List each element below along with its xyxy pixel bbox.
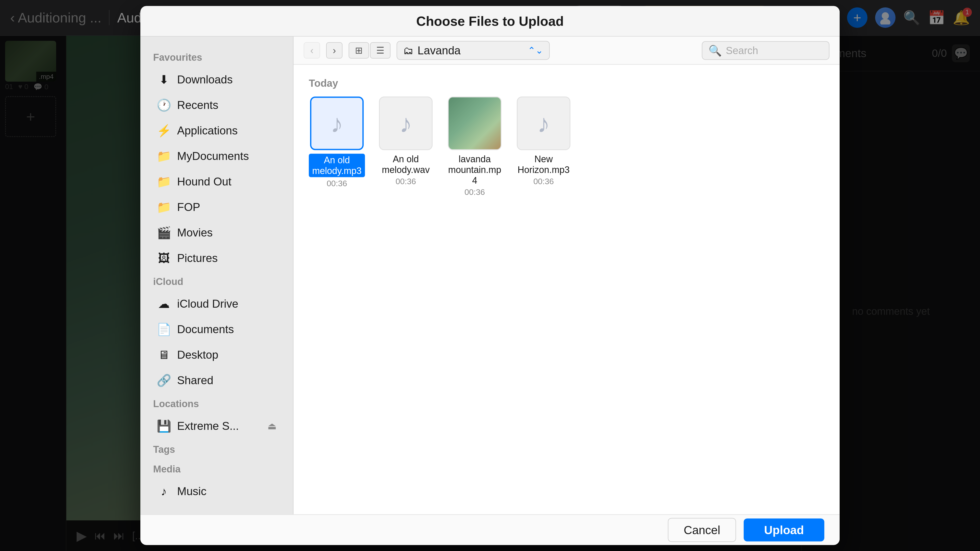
movies-label: Movies xyxy=(177,226,213,239)
file-browser-content: Today ♪ An old melody.mp3 00:36 ♪ xyxy=(293,65,840,514)
file-item-1[interactable]: ♪ An old melody.mp3 00:36 xyxy=(309,97,365,197)
dialog-header: Choose Files to Upload xyxy=(140,6,840,37)
sidebar-item-desktop[interactable]: 🖥 Desktop xyxy=(144,342,290,367)
upload-button[interactable]: Upload xyxy=(744,519,824,541)
media-section-title: Media xyxy=(140,459,293,478)
desktop-icon: 🖥 xyxy=(157,348,171,362)
file-duration-1: 00:36 xyxy=(327,179,347,188)
file-grid: ♪ An old melody.mp3 00:36 ♪ An old melod… xyxy=(309,97,824,197)
downloads-icon: ⬇ xyxy=(157,73,171,86)
search-input[interactable] xyxy=(726,44,840,56)
location-folder-icon: 🗂 xyxy=(403,44,414,56)
sidebar-item-icloud-documents[interactable]: 📄 Documents xyxy=(144,317,290,342)
view-toggle-group: ⊞ ☰ xyxy=(348,42,390,59)
dialog-footer: Cancel Upload xyxy=(140,514,840,545)
downloads-label: Downloads xyxy=(177,73,233,86)
shared-label: Shared xyxy=(177,374,213,387)
shared-icon: 🔗 xyxy=(157,373,171,387)
pictures-label: Pictures xyxy=(177,252,218,265)
houndout-icon: 📁 xyxy=(157,175,171,189)
file-name-2: An old melody.wav xyxy=(378,154,434,175)
dialog-main: ‹ › ⊞ ☰ 🗂 Lavanda ⌃⌄ 🔍 Today xyxy=(293,37,840,514)
file-item-3[interactable]: lavanda mountain.mp4 00:36 xyxy=(447,97,503,197)
icloud-documents-icon: 📄 xyxy=(157,322,171,336)
sidebar-item-mydocuments[interactable]: 📁 MyDocuments xyxy=(144,144,290,168)
icloud-section-title: iCloud xyxy=(140,271,293,291)
search-icon: 🔍 xyxy=(708,44,722,57)
sidebar-item-fop[interactable]: 📁 FOP xyxy=(144,195,290,220)
movies-icon: 🎬 xyxy=(157,226,171,240)
file-item-4[interactable]: ♪ New Horizon.mp3 00:36 xyxy=(515,97,572,197)
file-upload-dialog: Choose Files to Upload Favourites ⬇ Down… xyxy=(140,6,840,545)
fop-icon: 📁 xyxy=(157,200,171,214)
dialog-body: Favourites ⬇ Downloads 🕐 Recents ⚡ Appli… xyxy=(140,37,840,514)
list-view-button[interactable]: ☰ xyxy=(370,42,390,59)
icloud-documents-label: Documents xyxy=(177,323,234,336)
file-name-3: lavanda mountain.mp4 xyxy=(447,154,503,186)
sidebar-item-pictures[interactable]: 🖼 Pictures xyxy=(144,246,290,271)
music-label: Music xyxy=(177,485,207,498)
file-duration-2: 00:36 xyxy=(396,177,416,186)
pictures-icon: 🖼 xyxy=(157,251,171,265)
mydocuments-icon: 📁 xyxy=(157,149,171,163)
sidebar-item-movies[interactable]: 🎬 Movies xyxy=(144,220,290,245)
video-thumbnail-image xyxy=(449,97,501,149)
mydocuments-label: MyDocuments xyxy=(177,150,249,162)
applications-icon: ⚡ xyxy=(157,124,171,138)
file-thumb-3 xyxy=(448,97,501,150)
sidebar-item-music[interactable]: ♪ Music xyxy=(144,479,290,504)
houndout-label: Hound Out xyxy=(177,175,231,188)
location-name: Lavanda xyxy=(417,44,524,57)
favourites-section-title: Favourites xyxy=(140,47,293,67)
sidebar-item-downloads[interactable]: ⬇ Downloads xyxy=(144,67,290,92)
back-nav-button[interactable]: ‹ xyxy=(304,42,320,59)
file-name-1: An old melody.mp3 xyxy=(309,154,365,177)
locations-section-title: Locations xyxy=(140,393,293,413)
dialog-toolbar: ‹ › ⊞ ☰ 🗂 Lavanda ⌃⌄ 🔍 xyxy=(293,37,840,65)
file-thumb-1: ♪ xyxy=(310,97,364,150)
location-selector[interactable]: 🗂 Lavanda ⌃⌄ xyxy=(396,41,550,60)
date-section-label: Today xyxy=(309,78,824,89)
audio-file-icon-4: ♪ xyxy=(537,109,550,138)
sidebar-item-applications[interactable]: ⚡ Applications xyxy=(144,118,290,143)
file-duration-3: 00:36 xyxy=(465,187,485,197)
sidebar-item-icloud-drive[interactable]: ☁ iCloud Drive xyxy=(144,291,290,316)
file-item-2[interactable]: ♪ An old melody.wav 00:36 xyxy=(378,97,434,197)
music-icon: ♪ xyxy=(157,484,171,498)
applications-label: Applications xyxy=(177,124,238,137)
search-field[interactable]: 🔍 xyxy=(702,41,829,60)
file-thumb-4: ♪ xyxy=(517,97,570,150)
fop-label: FOP xyxy=(177,201,200,213)
recents-icon: 🕐 xyxy=(157,98,171,112)
audio-file-icon-2: ♪ xyxy=(399,109,412,138)
desktop-label: Desktop xyxy=(177,348,218,361)
extremes-label: Extreme S... xyxy=(177,420,239,432)
sidebar-item-houndout[interactable]: 📁 Hound Out xyxy=(144,169,290,194)
file-name-4: New Horizon.mp3 xyxy=(515,154,572,175)
dialog-title: Choose Files to Upload xyxy=(416,14,564,29)
location-dropdown-icon: ⌃⌄ xyxy=(528,45,543,56)
forward-nav-button[interactable]: › xyxy=(326,42,342,59)
icloud-drive-icon: ☁ xyxy=(157,297,171,311)
tags-section-title: Tags xyxy=(140,439,293,459)
file-thumb-2: ♪ xyxy=(379,97,433,150)
grid-view-button[interactable]: ⊞ xyxy=(348,42,369,59)
sidebar-item-extremes[interactable]: 💾 Extreme S... ⏏ xyxy=(144,413,290,438)
recents-label: Recents xyxy=(177,99,218,111)
sidebar-item-recents[interactable]: 🕐 Recents xyxy=(144,93,290,118)
dialog-sidebar: Favourites ⬇ Downloads 🕐 Recents ⚡ Appli… xyxy=(140,37,293,514)
audio-file-icon-1: ♪ xyxy=(331,109,343,138)
cancel-button[interactable]: Cancel xyxy=(668,518,736,542)
eject-icon[interactable]: ⏏ xyxy=(267,421,277,432)
file-duration-4: 00:36 xyxy=(533,177,554,186)
icloud-drive-label: iCloud Drive xyxy=(177,297,239,310)
extremes-icon: 💾 xyxy=(157,419,171,433)
sidebar-item-shared[interactable]: 🔗 Shared xyxy=(144,368,290,393)
